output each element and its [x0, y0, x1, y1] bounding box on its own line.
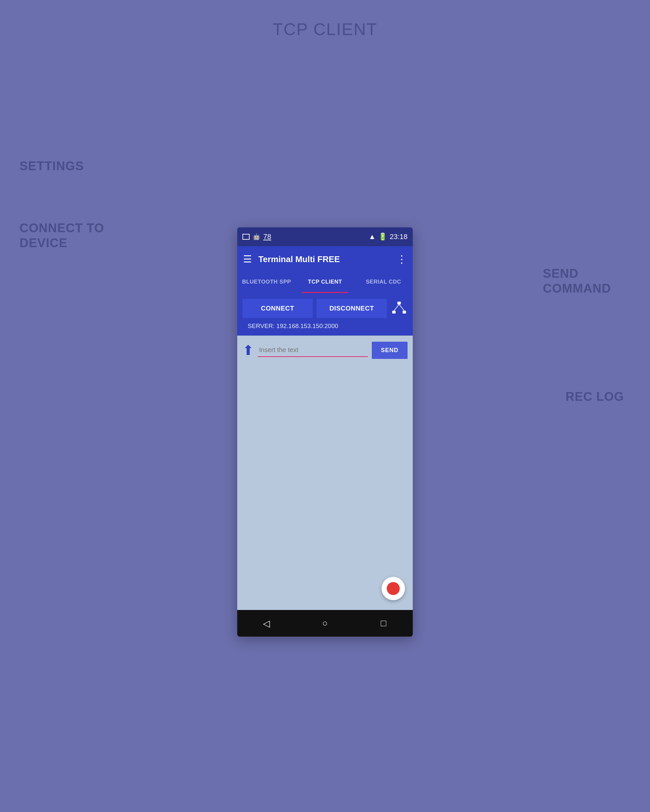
- image-icon: [242, 234, 249, 240]
- send-button[interactable]: SEND: [372, 342, 408, 359]
- app-bar: ☰ Terminal Multi FREE ⋮: [237, 246, 413, 272]
- status-right: ▲ 🔋 23:18: [369, 232, 408, 241]
- phone-mockup: 🤖 78 ▲ 🔋 23:18 ☰ Terminal Multi FREE ⋮ B…: [237, 227, 413, 636]
- tabs-bar: BLUETOOTH SPP TCP CLIENT SERIAL CDC: [237, 272, 413, 293]
- tab-tcp-client[interactable]: TCP CLIENT: [296, 272, 354, 293]
- svg-line-3: [394, 304, 399, 311]
- network-icon[interactable]: [391, 300, 408, 317]
- status-bar: 🤖 78 ▲ 🔋 23:18: [237, 227, 413, 246]
- label-send-command: SENDCOMMAND: [543, 266, 611, 296]
- svg-rect-1: [392, 311, 396, 313]
- server-info: SERVER: 192.168.153.150:2000: [242, 318, 408, 336]
- label-connect-device: CONNECT TODEVICE: [20, 221, 104, 250]
- send-area: ⬆ SEND: [237, 336, 413, 365]
- connect-button[interactable]: CONNECT: [242, 299, 313, 318]
- svg-rect-0: [398, 302, 401, 304]
- text-input[interactable]: [258, 343, 368, 357]
- hamburger-icon[interactable]: ☰: [243, 254, 252, 264]
- disconnect-button[interactable]: DISCONNECT: [317, 299, 387, 318]
- recents-button[interactable]: □: [374, 614, 393, 633]
- svg-rect-2: [403, 311, 406, 313]
- connect-buttons-row: CONNECT DISCONNECT: [242, 299, 408, 318]
- rec-dot: [387, 582, 400, 595]
- scroll-area[interactable]: [237, 365, 413, 610]
- tab-bluetooth-spp[interactable]: BLUETOOTH SPP: [237, 272, 296, 293]
- battery-icon: 🔋: [378, 232, 387, 241]
- android-icon: 🤖: [253, 233, 260, 240]
- battery-num: 78: [263, 232, 271, 241]
- label-rec-log: REC LOG: [566, 390, 624, 404]
- upload-arrow-icon[interactable]: ⬆: [242, 342, 254, 358]
- more-options-icon[interactable]: ⋮: [396, 253, 407, 266]
- home-button[interactable]: ○: [315, 614, 335, 633]
- signal-icon: ▲: [369, 232, 376, 241]
- app-bar-title: Terminal Multi FREE: [258, 254, 396, 264]
- tab-serial-cdc[interactable]: SERIAL CDC: [354, 272, 413, 293]
- page-title: TCP CLIENT: [273, 20, 377, 39]
- nav-bar: ◁ ○ □: [237, 610, 413, 636]
- time-label: 23:18: [390, 232, 408, 241]
- connect-section: CONNECT DISCONNECT SERVER: 192.168.153.1…: [237, 293, 413, 336]
- main-content: CONNECT DISCONNECT SERVER: 192.168.153.1…: [237, 293, 413, 610]
- label-settings: SETTINGS: [20, 159, 84, 173]
- back-button[interactable]: ◁: [257, 614, 276, 633]
- rec-log-button[interactable]: [382, 577, 405, 600]
- svg-line-4: [399, 304, 404, 311]
- status-left: 🤖 78: [242, 232, 271, 241]
